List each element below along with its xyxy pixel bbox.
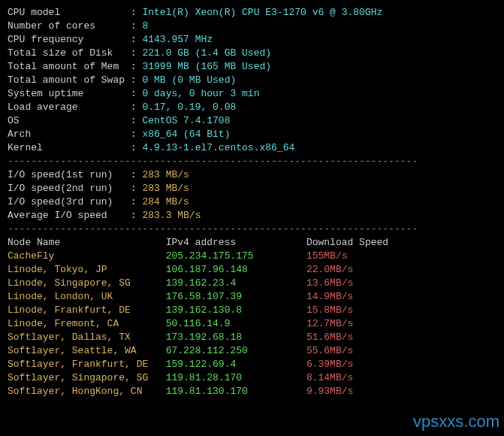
node-row: CacheFly 205.234.175.175 155MB/s xyxy=(8,250,496,263)
node-speed: 15.8MB/s xyxy=(306,304,353,316)
sysinfo-row: Kernel : 4.9.13-1.el7.centos.x86_64 xyxy=(8,141,496,155)
node-row: Linode, Frankfurt, DE 139.162.130.8 15.8… xyxy=(8,304,496,317)
sysinfo-label: Arch xyxy=(8,129,131,140)
node-ip: 106.187.96.148 xyxy=(166,264,306,275)
node-speed: 13.6MB/s xyxy=(306,277,353,289)
sysinfo-label: Total size of Disk xyxy=(8,47,131,59)
node-speed: 55.6MB/s xyxy=(306,345,353,356)
node-ip: 159.122.69.4 xyxy=(166,359,306,370)
node-ip: 176.58.107.39 xyxy=(166,291,306,302)
sysinfo-label: CPU frequency xyxy=(8,34,131,45)
sysinfo-label: Total amount of Mem xyxy=(8,61,131,72)
io-row: I/O speed(2nd run) : 283 MB/s xyxy=(8,182,496,195)
node-speed: 14.9MB/s xyxy=(306,291,353,302)
divider-line: ----------------------------------------… xyxy=(8,155,496,168)
io-value: 283 MB/s xyxy=(142,183,189,194)
node-name: Softlayer, Singapore, SG xyxy=(8,372,166,383)
sysinfo-row: CPU frequency : 4143.957 MHz xyxy=(8,33,496,47)
node-ip: 173.192.68.18 xyxy=(166,332,306,343)
sysinfo-value: x86_64 (64 Bit) xyxy=(142,129,230,140)
watermark-text: vpsxxs.com xyxy=(413,415,499,428)
node-name: Linode, Singapore, SG xyxy=(8,277,166,289)
node-name: Linode, Fremont, CA xyxy=(8,318,166,329)
node-table-header: Node Name IPv4 address Download Speed xyxy=(8,236,496,250)
node-speed: 51.6MB/s xyxy=(306,332,353,343)
node-row: Linode, Fremont, CA 50.116.14.9 12.7MB/s xyxy=(8,317,496,331)
sysinfo-value: CentOS 7.4.1708 xyxy=(142,115,230,126)
sysinfo-value: Intel(R) Xeon(R) CPU E3-1270 v6 @ 3.80GH… xyxy=(142,7,382,18)
node-speed: 6.39MB/s xyxy=(306,359,353,370)
node-name: CacheFly xyxy=(8,250,166,262)
node-row: Softlayer, Dallas, TX 173.192.68.18 51.6… xyxy=(8,331,496,344)
sysinfo-label: Total amount of Swap xyxy=(8,74,131,86)
sysinfo-row: Total size of Disk : 221.0 GB (1.4 GB Us… xyxy=(8,47,496,60)
sysinfo-row: Total amount of Swap : 0 MB (0 MB Used) xyxy=(8,74,496,87)
node-speed: 22.0MB/s xyxy=(306,264,353,275)
sysinfo-value: 0 MB (0 MB Used) xyxy=(142,74,236,86)
node-ip: 119.81.130.170 xyxy=(166,386,306,397)
sysinfo-value: 31999 MB (165 MB Used) xyxy=(142,61,271,72)
node-name: Linode, Frankfurt, DE xyxy=(8,304,166,316)
node-row: Softlayer, Seattle, WA 67.228.112.250 55… xyxy=(8,344,496,358)
sysinfo-label: Load average xyxy=(8,101,131,113)
io-row: Average I/O speed : 283.3 MB/s xyxy=(8,209,496,223)
sysinfo-label: System uptime xyxy=(8,88,131,99)
sysinfo-row: CPU model : Intel(R) Xeon(R) CPU E3-1270… xyxy=(8,6,496,20)
sysinfo-label: OS xyxy=(8,115,131,126)
io-value: 283.3 MB/s xyxy=(142,210,201,221)
io-row: I/O speed(3rd run) : 284 MB/s xyxy=(8,195,496,209)
io-row: I/O speed(1st run) : 283 MB/s xyxy=(8,168,496,182)
node-speed: 9.93MB/s xyxy=(306,386,353,397)
node-name: Linode, Tokyo, JP xyxy=(8,264,166,275)
sysinfo-label: Kernel xyxy=(8,142,131,153)
node-row: Linode, Tokyo, JP 106.187.96.148 22.0MB/… xyxy=(8,263,496,277)
node-ip: 50.116.14.9 xyxy=(166,318,306,329)
node-row: Softlayer, Frankfurt, DE 159.122.69.4 6.… xyxy=(8,358,496,371)
io-label: Average I/O speed xyxy=(8,210,131,221)
node-name: Softlayer, Dallas, TX xyxy=(8,332,166,343)
node-name: Softlayer, Seattle, WA xyxy=(8,345,166,356)
node-ip: 205.234.175.175 xyxy=(166,250,306,262)
node-row: Linode, Singapore, SG 139.162.23.4 13.6M… xyxy=(8,277,496,290)
node-row: Softlayer, HongKong, CN 119.81.130.170 9… xyxy=(8,385,496,398)
sysinfo-row: OS : CentOS 7.4.1708 xyxy=(8,114,496,128)
io-label: I/O speed(1st run) xyxy=(8,169,131,180)
node-name: Linode, London, UK xyxy=(8,291,166,302)
sysinfo-value: 4.9.13-1.el7.centos.x86_64 xyxy=(142,142,294,153)
io-value: 284 MB/s xyxy=(142,196,189,207)
sysinfo-value: 0 days, 0 hour 3 min xyxy=(142,88,259,99)
sysinfo-row: Number of cores : 8 xyxy=(8,20,496,33)
sysinfo-row: Arch : x86_64 (64 Bit) xyxy=(8,128,496,141)
sysinfo-value: 4143.957 MHz xyxy=(142,34,213,45)
node-ip: 139.162.23.4 xyxy=(166,277,306,289)
sysinfo-row: Load average : 0.17, 0.19, 0.08 xyxy=(8,101,496,114)
io-label: I/O speed(2nd run) xyxy=(8,183,131,194)
sysinfo-value: 0.17, 0.19, 0.08 xyxy=(142,101,236,113)
sysinfo-label: CPU model xyxy=(8,7,131,18)
divider-line: ----------------------------------------… xyxy=(8,223,496,236)
node-name: Softlayer, Frankfurt, DE xyxy=(8,359,166,370)
io-value: 283 MB/s xyxy=(142,169,189,180)
node-speed: 8.14MB/s xyxy=(306,372,353,383)
node-speed: 12.7MB/s xyxy=(306,318,353,329)
node-row: Softlayer, Singapore, SG 119.81.28.170 8… xyxy=(8,371,496,385)
node-row: Linode, London, UK 176.58.107.39 14.9MB/… xyxy=(8,290,496,304)
io-label: I/O speed(3rd run) xyxy=(8,196,131,207)
sysinfo-row: Total amount of Mem : 31999 MB (165 MB U… xyxy=(8,60,496,74)
node-name: Softlayer, HongKong, CN xyxy=(8,386,166,397)
terminal-output: CPU model : Intel(R) Xeon(R) CPU E3-1270… xyxy=(8,6,496,398)
node-ip: 67.228.112.250 xyxy=(166,345,306,356)
sysinfo-value: 221.0 GB (1.4 GB Used) xyxy=(142,47,271,59)
node-speed: 155MB/s xyxy=(306,250,348,262)
node-ip: 139.162.130.8 xyxy=(166,304,306,316)
sysinfo-label: Number of cores xyxy=(8,20,131,32)
sysinfo-value: 8 xyxy=(142,20,148,32)
sysinfo-row: System uptime : 0 days, 0 hour 3 min xyxy=(8,87,496,101)
node-ip: 119.81.28.170 xyxy=(166,372,306,383)
